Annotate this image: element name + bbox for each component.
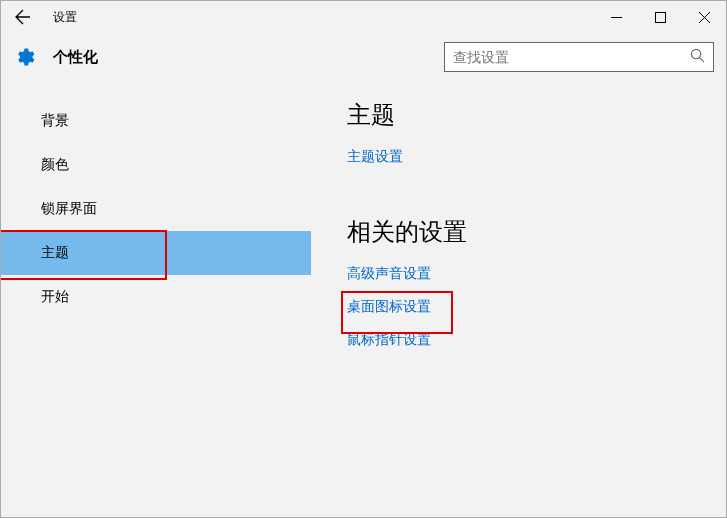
minimize-icon (611, 12, 622, 23)
search-box[interactable] (444, 42, 714, 72)
close-button[interactable] (682, 1, 726, 33)
sidebar-item-colors[interactable]: 颜色 (1, 143, 311, 187)
section-heading-related: 相关的设置 (347, 216, 726, 248)
category-title: 个性化 (53, 48, 98, 67)
sidebar-item-label: 锁屏界面 (41, 200, 97, 218)
link-mouse-pointer[interactable]: 鼠标指针设置 (347, 331, 431, 349)
window-controls (594, 1, 726, 33)
header-row: 个性化 (1, 33, 726, 81)
sidebar: 背景 颜色 锁屏界面 主题 开始 (1, 81, 311, 517)
close-icon (699, 12, 710, 23)
maximize-icon (655, 12, 666, 23)
window-title: 设置 (53, 9, 77, 26)
sidebar-item-label: 颜色 (41, 156, 69, 174)
content-pane: 主题 主题设置 相关的设置 高级声音设置 桌面图标设置 鼠标指针设置 (311, 81, 726, 517)
sidebar-item-label: 主题 (41, 244, 69, 262)
link-theme-settings[interactable]: 主题设置 (347, 148, 403, 166)
link-desktop-icons[interactable]: 桌面图标设置 (347, 298, 431, 316)
arrow-left-icon (15, 9, 31, 25)
minimize-button[interactable] (594, 1, 638, 33)
sidebar-item-lockscreen[interactable]: 锁屏界面 (1, 187, 311, 231)
back-button[interactable] (1, 1, 45, 33)
sidebar-item-label: 背景 (41, 112, 69, 130)
title-bar: 设置 (1, 1, 726, 33)
sidebar-item-themes[interactable]: 主题 (1, 231, 311, 275)
maximize-button[interactable] (638, 1, 682, 33)
sidebar-item-start[interactable]: 开始 (1, 275, 311, 319)
svg-point-1 (691, 49, 700, 58)
sidebar-item-background[interactable]: 背景 (1, 99, 311, 143)
link-advanced-sound[interactable]: 高级声音设置 (347, 265, 431, 283)
svg-rect-0 (655, 12, 665, 22)
body-area: 背景 颜色 锁屏界面 主题 开始 主题 主题设置 相关的设置 高级声音设置 桌面… (1, 81, 726, 517)
search-input[interactable] (453, 49, 690, 65)
gear-icon (13, 46, 35, 68)
search-icon (690, 48, 705, 67)
section-heading-themes: 主题 (347, 99, 726, 131)
sidebar-item-label: 开始 (41, 288, 69, 306)
